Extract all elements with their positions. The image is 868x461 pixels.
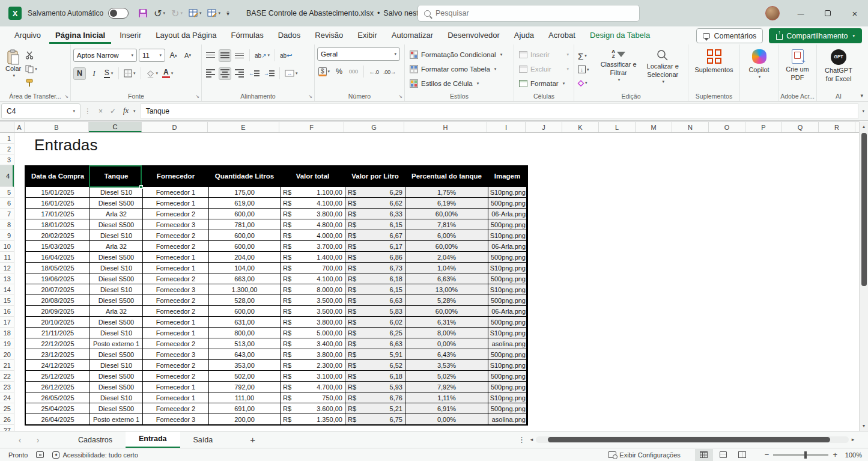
cell-F5[interactable]: R$1.100,00 (281, 186, 345, 197)
row-header-22[interactable]: 22 (0, 371, 14, 382)
row-header-12[interactable]: 12 (0, 263, 14, 273)
cell-E24[interactable]: 111,00 (209, 392, 281, 403)
cell-E8[interactable]: 781,00 (209, 219, 281, 230)
cell-H5[interactable]: 1,75% (405, 186, 488, 197)
row-header-6[interactable]: 6 (0, 198, 14, 209)
column-header-q[interactable]: Q (782, 122, 819, 132)
cell-H26[interactable]: 0,00% (405, 414, 488, 424)
cell-C19[interactable]: Posto externo 1 (90, 338, 143, 349)
increase-font-button[interactable]: A▴ (167, 49, 180, 62)
row-header-8[interactable]: 8 (0, 219, 14, 230)
cell-E15[interactable]: 528,00 (209, 295, 281, 305)
cell-I22[interactable]: 500png.png (488, 370, 527, 381)
cell-G12[interactable]: R$6,73 (345, 262, 405, 273)
ribbon-tab-layout-da-pagina[interactable]: Layout da Página (150, 28, 222, 44)
table-header-data-da-compra[interactable]: Data da Compra (26, 166, 90, 186)
cell-F9[interactable]: R$4.000,00 (281, 230, 345, 240)
row-header-19[interactable]: 19 (0, 338, 14, 349)
table-header-fornecedor[interactable]: Fornecedor (143, 166, 209, 186)
cell-F21[interactable]: R$2.300,00 (281, 359, 345, 370)
conditional-formatting-button[interactable]: Formatação Condicional▾ (410, 47, 511, 62)
font-color-button[interactable]: A▾ (161, 67, 174, 80)
column-header-o[interactable]: O (709, 122, 745, 132)
addins-button[interactable]: Suplementos (691, 47, 737, 76)
cell-I15[interactable]: 500png.png (488, 295, 527, 305)
cell-I21[interactable]: S10png.png (488, 359, 527, 370)
copilot-button[interactable]: Copilot ▾ (742, 47, 775, 82)
macro-record-button[interactable] (36, 451, 44, 458)
cell-D5[interactable]: Fornecedor 1 (143, 186, 209, 197)
cell-G11[interactable]: R$6,86 (345, 251, 405, 262)
cell-C6[interactable]: Diesel S500 (90, 197, 143, 208)
row-header-14[interactable]: 14 (0, 284, 14, 295)
cell-D22[interactable]: Fornecedor 2 (143, 370, 209, 381)
cell-C12[interactable]: Diesel S10 (90, 262, 143, 273)
cell-C22[interactable]: Diesel S500 (90, 370, 143, 381)
restore-button[interactable] (815, 0, 841, 26)
orientation-button[interactable]: ab↗▾ (253, 49, 271, 62)
cell-B7[interactable]: 17/01/2025 (26, 208, 90, 219)
cell-C13[interactable]: Diesel S500 (90, 273, 143, 284)
table-header-imagem[interactable]: Imagem (488, 166, 527, 186)
ribbon-tab-formulas[interactable]: Fórmulas (225, 28, 270, 44)
align-middle-button[interactable] (219, 49, 231, 62)
cell-E17[interactable]: 631,00 (209, 316, 281, 327)
column-header-r[interactable]: R (819, 122, 855, 132)
cell-I16[interactable]: 06-Arla.png (488, 305, 527, 316)
row-header-11[interactable]: 11 (0, 252, 14, 263)
cell-G22[interactable]: R$6,18 (345, 370, 405, 381)
cell-C16[interactable]: Arla 32 (90, 305, 143, 316)
zoom-slider[interactable] (773, 454, 828, 456)
cell-E12[interactable]: 104,00 (209, 262, 281, 273)
expand-formula-bar-button[interactable]: ▾ (862, 109, 864, 114)
save-button[interactable] (138, 8, 148, 18)
sheet-tab-saida[interactable]: Saída (180, 432, 226, 448)
column-header-b[interactable]: B (25, 122, 89, 132)
cell-D15[interactable]: Fornecedor 2 (143, 295, 209, 305)
cell-D14[interactable]: Fornecedor 3 (143, 284, 209, 295)
cell-D13[interactable]: Fornecedor 2 (143, 273, 209, 284)
scroll-down-arrow[interactable]: ▾ (863, 421, 865, 431)
cell-B12[interactable]: 18/05/2025 (26, 262, 90, 273)
percent-style-button[interactable]: % (333, 66, 345, 78)
cell-G17[interactable]: R$6,02 (345, 316, 405, 327)
comma-style-button[interactable]: 000 (347, 66, 360, 78)
cell-E6[interactable]: 619,00 (209, 197, 281, 208)
cancel-entry-button[interactable]: × (99, 107, 103, 115)
column-header-e[interactable]: E (208, 122, 279, 132)
clipboard-dialog-launcher[interactable]: ↘ (64, 94, 68, 99)
cell-C10[interactable]: Arla 32 (90, 240, 143, 251)
cell-G5[interactable]: R$6,29 (345, 186, 405, 197)
vertical-scrollbar[interactable]: ▴ ▾ (859, 121, 868, 431)
cell-B26[interactable]: 26/04/2025 (26, 414, 90, 424)
cell-F24[interactable]: R$750,00 (281, 392, 345, 403)
row-header-15[interactable]: 15 (0, 295, 14, 306)
next-sheet-arrow[interactable]: › (29, 435, 47, 445)
row-header-10[interactable]: 10 (0, 241, 14, 252)
ribbon-tab-revisao[interactable]: Revisão (309, 28, 349, 44)
column-header-g[interactable]: G (344, 122, 404, 132)
cell-G9[interactable]: R$6,67 (345, 230, 405, 240)
search-box[interactable] (417, 5, 640, 22)
row-header-23[interactable]: 23 (0, 382, 14, 392)
cell-E18[interactable]: 800,00 (209, 327, 281, 338)
select-all-corner[interactable] (0, 122, 14, 132)
cell-B24[interactable]: 26/05/2025 (26, 392, 90, 403)
cell-D24[interactable]: Fornecedor 1 (143, 392, 209, 403)
cell-E7[interactable]: 600,00 (209, 208, 281, 219)
cell-C20[interactable]: Diesel S500 (90, 349, 143, 359)
cell-G21[interactable]: R$6,52 (345, 359, 405, 370)
find-select-button[interactable]: Localizar e Selecionar▾ (640, 47, 685, 91)
column-header-c[interactable]: C (89, 122, 142, 132)
cell-D10[interactable]: Fornecedor 2 (143, 240, 209, 251)
cell-B15[interactable]: 20/08/2025 (26, 295, 90, 305)
cell-F16[interactable]: R$3.500,00 (281, 305, 345, 316)
undo-button[interactable]: ↺▾ (154, 8, 165, 19)
zoom-in-button[interactable]: + (833, 450, 837, 459)
column-header-d[interactable]: D (142, 122, 208, 132)
cell-C18[interactable]: Diesel S10 (90, 327, 143, 338)
row-header-4[interactable]: 4 (0, 165, 14, 187)
ribbon-tab-exibir[interactable]: Exibir (351, 28, 383, 44)
row-header-21[interactable]: 21 (0, 360, 14, 371)
cell-I5[interactable]: S10png.png (488, 186, 527, 197)
